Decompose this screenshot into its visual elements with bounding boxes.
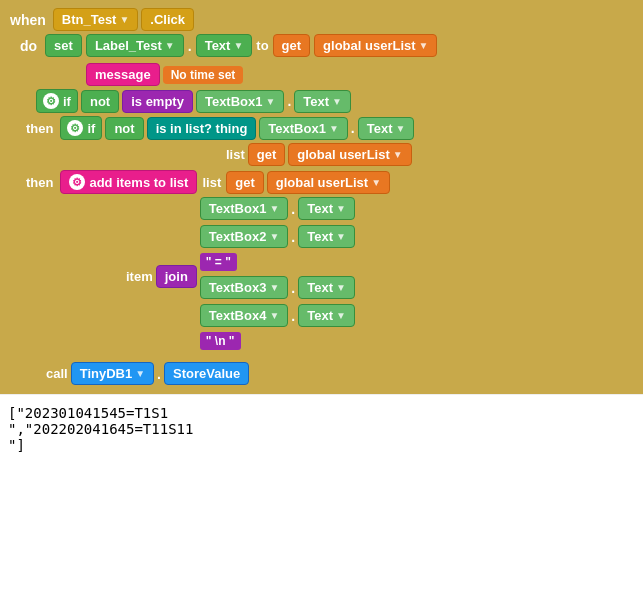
is-empty-block[interactable]: is empty xyxy=(122,90,193,113)
text-j2-label: Text xyxy=(307,229,333,244)
textbox1-label-2: TextBox1 xyxy=(268,121,326,136)
textbox2-block-j2[interactable]: TextBox2 ▼ xyxy=(200,225,288,248)
output-line1: ["202301041545=T1S1 xyxy=(8,405,635,421)
text-j1-arrow[interactable]: ▼ xyxy=(336,203,346,214)
then-label-2: then xyxy=(26,175,53,190)
join-item-1: TextBox1 ▼ . Text ▼ xyxy=(200,197,355,220)
blocks-area: when Btn_Test ▼ .Click do set Label_Test… xyxy=(0,0,643,394)
label-test-block[interactable]: Label_Test ▼ xyxy=(86,34,184,57)
text-block-if[interactable]: Text ▼ xyxy=(294,90,351,113)
btn-test-block[interactable]: Btn_Test ▼ xyxy=(53,8,139,31)
text-j3-label: Text xyxy=(307,280,333,295)
store-value-label: StoreValue xyxy=(173,366,240,381)
get-label-2: get xyxy=(257,147,277,162)
textbox1-block-2[interactable]: TextBox1 ▼ xyxy=(259,117,347,140)
if-label: if xyxy=(63,94,71,109)
btn-test-arrow[interactable]: ▼ xyxy=(119,14,129,25)
get-block-1[interactable]: get xyxy=(273,34,311,57)
list-label-1: list xyxy=(226,147,245,162)
text-block-j3[interactable]: Text ▼ xyxy=(298,276,355,299)
when-label: when xyxy=(6,10,50,30)
textbox1-j1-arrow[interactable]: ▼ xyxy=(269,203,279,214)
textbox4-j4-arrow[interactable]: ▼ xyxy=(269,310,279,321)
output-area: ["202301041545=T1S1 ","202202041645=T11S… xyxy=(0,394,643,461)
text-arrow-1[interactable]: ▼ xyxy=(233,40,243,51)
textbox1-block-j1[interactable]: TextBox1 ▼ xyxy=(200,197,288,220)
item-container: item join TextBox1 ▼ . Text xyxy=(26,197,637,356)
userlist-arrow-3[interactable]: ▼ xyxy=(371,177,381,188)
tinydb-block[interactable]: TinyDB1 ▼ xyxy=(71,362,154,385)
gear-icon-1[interactable]: ⚙ xyxy=(43,93,59,109)
dot-sep-j4: . xyxy=(291,308,295,324)
not-label-2: not xyxy=(114,121,134,136)
output-line3: "] xyxy=(8,437,635,453)
text-j2-arrow[interactable]: ▼ xyxy=(336,231,346,242)
text-block-then[interactable]: Text ▼ xyxy=(358,117,415,140)
text-block-j2[interactable]: Text ▼ xyxy=(298,225,355,248)
label-test-label: Label_Test xyxy=(95,38,162,53)
text-block-j1[interactable]: Text ▼ xyxy=(298,197,355,220)
if-block[interactable]: ⚙ if xyxy=(36,89,78,113)
btn-test-label: Btn_Test xyxy=(62,12,117,27)
dot-sep-j3: . xyxy=(291,280,295,296)
global-userlist-block-3[interactable]: global userList ▼ xyxy=(267,171,390,194)
gear-icon-2[interactable]: ⚙ xyxy=(67,120,83,136)
global-userlist-block-1[interactable]: global userList ▼ xyxy=(314,34,437,57)
textbox1-block-1[interactable]: TextBox1 ▼ xyxy=(196,90,284,113)
text-j4-arrow[interactable]: ▼ xyxy=(336,310,346,321)
get-label-1: get xyxy=(282,38,302,53)
do-label: do xyxy=(16,36,41,56)
set-block[interactable]: set xyxy=(45,34,82,57)
tinydb-arrow[interactable]: ▼ xyxy=(135,368,145,379)
gear-icon-3[interactable]: ⚙ xyxy=(69,174,85,190)
store-value-block[interactable]: StoreValue xyxy=(164,362,249,385)
textbox2-j2-arrow[interactable]: ▼ xyxy=(269,231,279,242)
to-label: to xyxy=(256,38,268,53)
text-block-1[interactable]: Text ▼ xyxy=(196,34,253,57)
tinydb-label: TinyDB1 xyxy=(80,366,133,381)
set-label: set xyxy=(54,38,73,53)
text-arrow-if[interactable]: ▼ xyxy=(332,96,342,107)
label-test-arrow[interactable]: ▼ xyxy=(165,40,175,51)
not-block-2[interactable]: not xyxy=(105,117,143,140)
when-row: when Btn_Test ▼ .Click xyxy=(6,8,637,31)
text-label-1: Text xyxy=(205,38,231,53)
text-label-then: Text xyxy=(367,121,393,136)
then-if-block[interactable]: ⚙ if xyxy=(60,116,102,140)
click-block[interactable]: .Click xyxy=(141,8,194,31)
dot-sep-j2: . xyxy=(291,229,295,245)
join-block[interactable]: join xyxy=(156,265,197,288)
message-block[interactable]: message xyxy=(86,63,160,86)
join-item-3: TextBox3 ▼ . Text ▼ xyxy=(200,276,355,299)
get-block-2[interactable]: get xyxy=(248,143,286,166)
global-userlist-block-2[interactable]: global userList ▼ xyxy=(288,143,411,166)
output-line2: ","202202041645=T11S11 xyxy=(8,421,635,437)
item-row: item join TextBox1 ▼ . Text xyxy=(126,197,637,356)
textbox1-arrow-1[interactable]: ▼ xyxy=(265,96,275,107)
then-add-row: then ⚙ add items to list list get global… xyxy=(26,170,637,194)
userlist-arrow-1[interactable]: ▼ xyxy=(419,40,429,51)
text-block-j4[interactable]: Text ▼ xyxy=(298,304,355,327)
global-userlist-label-3: global userList xyxy=(276,175,368,190)
if-row: ⚙ if not is empty TextBox1 ▼ . Text ▼ xyxy=(6,89,637,113)
textbox1-arrow-2[interactable]: ▼ xyxy=(329,123,339,134)
text-arrow-then[interactable]: ▼ xyxy=(395,123,405,134)
not-block-1[interactable]: not xyxy=(81,90,119,113)
then-if-row: then ⚙ if not is in list? thing TextBox1… xyxy=(6,116,637,140)
add-items-block[interactable]: ⚙ add items to list xyxy=(60,170,197,194)
text-j3-arrow[interactable]: ▼ xyxy=(336,282,346,293)
get-block-3[interactable]: get xyxy=(226,171,264,194)
userlist-arrow-2[interactable]: ▼ xyxy=(393,149,403,160)
textbox4-block-j4[interactable]: TextBox4 ▼ xyxy=(200,304,288,327)
dot-sep1: . xyxy=(188,38,192,54)
is-in-list-block[interactable]: is in list? thing xyxy=(147,117,257,140)
join-item-nl: " \n " xyxy=(200,332,241,350)
textbox3-j3-arrow[interactable]: ▼ xyxy=(269,282,279,293)
dot-sep-then: . xyxy=(351,120,355,136)
list-label-2: list xyxy=(202,175,221,190)
no-time-label: No time set xyxy=(171,68,236,82)
get-label-3: get xyxy=(235,175,255,190)
then-label-1: then xyxy=(26,121,53,136)
textbox3-j3-label: TextBox3 xyxy=(209,280,267,295)
textbox3-block-j3[interactable]: TextBox3 ▼ xyxy=(200,276,288,299)
